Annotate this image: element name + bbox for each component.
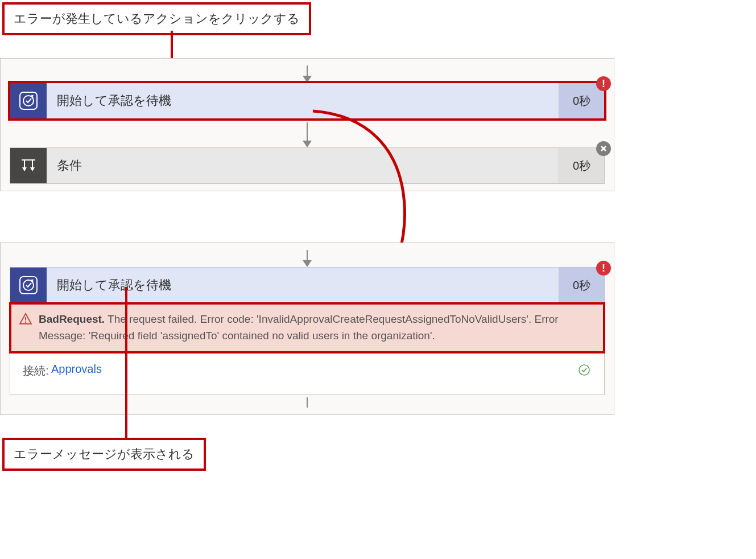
annotation-connector [125, 287, 127, 438]
action-start-and-wait-approval-expanded[interactable]: 開始して承認を待機 0秒 ! [10, 267, 605, 303]
connection-label: 接続: [23, 363, 51, 379]
flow-arrow-down-icon [7, 122, 607, 147]
flow-canvas-expanded: 開始して承認を待機 0秒 ! BadRequest. The request f… [0, 242, 614, 415]
action-start-and-wait-approval[interactable]: 開始して承認を待機 0秒 ! [10, 83, 605, 119]
connection-link[interactable]: Approvals [51, 363, 102, 375]
error-title: BadRequest. [39, 313, 105, 325]
svg-rect-2 [20, 92, 37, 109]
skipped-badge-icon [596, 141, 611, 156]
annotation-text: エラーメッセージが表示される [14, 447, 195, 461]
condition-icon [10, 148, 47, 183]
flow-canvas-collapsed: 開始して承認を待機 0秒 ! 条件 0秒 [0, 58, 614, 191]
approval-icon [10, 83, 47, 118]
svg-marker-11 [30, 167, 35, 171]
svg-marker-1 [303, 76, 312, 83]
error-body: The request failed. Error code: 'Invalid… [39, 313, 559, 342]
svg-marker-6 [303, 141, 312, 147]
annotation-error-message-shown: エラーメッセージが表示される [2, 438, 206, 471]
svg-point-22 [25, 322, 27, 323]
check-circle-icon [578, 364, 590, 379]
error-badge-icon: ! [596, 261, 611, 276]
action-label: 開始して承認を待機 [47, 83, 559, 118]
warning-triangle-icon [19, 313, 32, 330]
connection-row: 接続: Approvals [10, 352, 604, 394]
svg-marker-10 [22, 167, 27, 171]
action-expanded-body: BadRequest. The request failed. Error co… [10, 303, 605, 395]
flow-arrow-down-icon [7, 250, 607, 267]
action-condition[interactable]: 条件 0秒 [10, 147, 605, 184]
svg-rect-17 [20, 277, 37, 294]
svg-point-23 [579, 365, 589, 375]
action-label: 開始して承認を待機 [47, 268, 559, 303]
connection-value: Approvals [51, 363, 102, 376]
svg-marker-16 [303, 260, 312, 267]
flow-arrow-down-icon [7, 397, 607, 408]
error-badge-icon: ! [596, 76, 611, 91]
annotation-click-error-action: エラーが発生しているアクションをクリックする [2, 2, 311, 35]
error-message-banner: BadRequest. The request failed. Error co… [10, 303, 604, 352]
annotation-text: エラーが発生しているアクションをクリックする [14, 11, 300, 26]
approval-icon [10, 268, 47, 303]
action-label: 条件 [47, 148, 559, 183]
flow-arrow-down-icon [7, 65, 607, 83]
